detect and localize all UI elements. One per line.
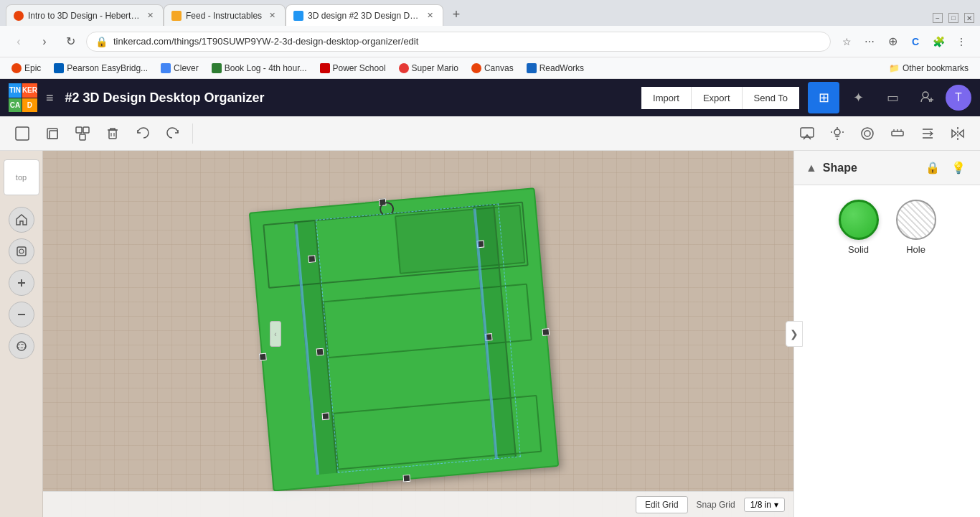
add-person-button[interactable] <box>911 82 943 113</box>
tab-label-tinkercad: 3D design #2 3D Design Desktop... <box>308 11 420 21</box>
url-bar[interactable]: 🔒 tinkercad.com/things/1T90SUWP9YW-2-3d-… <box>86 32 831 52</box>
zoom-out-button[interactable] <box>9 302 34 327</box>
redo-button[interactable] <box>159 120 187 147</box>
tab-tinkercad[interactable]: 3D design #2 3D Design Desktop... ✕ <box>286 4 443 26</box>
bookmark-star-icon[interactable]: ☆ <box>837 32 857 52</box>
group-button[interactable] <box>69 120 96 147</box>
shape-light-icon[interactable]: 💡 <box>948 158 969 178</box>
grid-view-button[interactable]: ⊞ <box>808 82 839 113</box>
light-tool-button[interactable] <box>824 120 851 147</box>
organizer-shape[interactable] <box>249 187 559 491</box>
forward-button[interactable]: › <box>34 32 55 52</box>
zoom-in-button[interactable] <box>9 270 34 296</box>
solid-shape-circle[interactable] <box>839 200 879 240</box>
mirror-tool-button[interactable] <box>944 120 971 147</box>
extension-puzzle-icon[interactable]: ⋯ <box>859 32 880 52</box>
bookmark-label-clever: Clever <box>174 63 199 73</box>
refresh-button[interactable]: ↻ <box>60 32 80 52</box>
extensions-icon[interactable]: 🧩 <box>928 32 948 52</box>
back-button[interactable]: ‹ <box>9 32 29 52</box>
export-button[interactable]: Export <box>692 87 742 109</box>
copy-button[interactable] <box>39 120 66 147</box>
undo-button[interactable] <box>129 120 156 147</box>
sel-handle-mid-left-top[interactable] <box>308 255 316 263</box>
svg-point-19 <box>864 131 870 136</box>
3d-object-container <box>249 187 559 491</box>
chrome-icon[interactable]: ⊕ <box>882 32 903 52</box>
hamburger-icon[interactable]: ≡ <box>46 90 54 106</box>
edit-grid-button[interactable]: Edit Grid <box>636 496 688 513</box>
simulate-button[interactable]: ✦ <box>842 82 874 113</box>
viewport-canvas: ‹ <box>43 151 793 517</box>
fit-view-button[interactable] <box>9 238 34 264</box>
sel-handle-right[interactable] <box>542 328 550 336</box>
comment-tool-button[interactable] <box>793 120 821 147</box>
bookmark-favicon-readworks <box>527 63 537 73</box>
bookmark-favicon-clever <box>161 63 171 73</box>
view-cube-label: top <box>16 173 27 182</box>
delete-button[interactable] <box>99 120 126 147</box>
bookmark-readworks[interactable]: ReadWorks <box>521 60 590 76</box>
shape-lock-icon[interactable]: 🔒 <box>923 158 943 178</box>
bookmark-label-epic: Epic <box>24 63 41 73</box>
shape-panel-collapse-arrow[interactable]: ❯ <box>786 321 803 347</box>
bookmark-favicon-epic <box>11 63 22 73</box>
hole-shape-circle[interactable] <box>896 200 936 240</box>
bookmark-favicon-canvas <box>471 63 481 73</box>
bookmark-clever[interactable]: Clever <box>155 60 204 76</box>
sel-handle-bottom[interactable] <box>402 475 410 483</box>
svg-point-35 <box>17 342 26 350</box>
other-bookmarks[interactable]: 📁 Other bookmarks <box>883 63 974 73</box>
tab-close-feed[interactable]: ✕ <box>266 10 278 22</box>
toolbar-separator <box>192 124 193 144</box>
panel-collapse-button[interactable]: ▲ <box>806 162 817 174</box>
measure-tool-button[interactable] <box>884 120 911 147</box>
snap-grid-value[interactable]: 1/8 in ▾ <box>744 498 785 512</box>
bookmark-booklog[interactable]: Book Log - 4th hour... <box>206 60 313 76</box>
svg-point-36 <box>17 345 26 348</box>
bookmark-powerschool[interactable]: Power School <box>314 60 392 76</box>
bookmark-canvas[interactable]: Canvas <box>466 60 519 76</box>
c-extension-icon[interactable]: C <box>905 32 925 52</box>
sel-handle-left[interactable] <box>259 353 267 361</box>
close-button[interactable]: ✕ <box>964 13 974 23</box>
shape-tool-button[interactable] <box>854 120 881 147</box>
view-cube[interactable]: top <box>4 159 39 195</box>
viewport[interactable]: ‹ <box>43 151 793 517</box>
svg-rect-20 <box>892 131 903 136</box>
send-to-button[interactable]: Send To <box>743 87 799 109</box>
tab-intro[interactable]: Intro to 3D Design - Hebert - 7(A ✕ <box>6 4 164 26</box>
user-avatar[interactable]: T <box>946 85 971 111</box>
import-button[interactable]: Import <box>641 87 691 109</box>
minimize-button[interactable]: − <box>933 13 943 23</box>
maximize-button[interactable]: □ <box>948 13 958 23</box>
lock-icon: 🔒 <box>95 36 108 47</box>
new-shape-button[interactable] <box>9 120 36 147</box>
solid-option[interactable]: Solid <box>839 200 879 255</box>
svg-rect-3 <box>16 127 29 140</box>
sel-handle-mid-left[interactable] <box>316 348 324 356</box>
resize-handle[interactable]: ‹ <box>270 321 281 347</box>
tab-close-tinkercad[interactable]: ✕ <box>424 10 435 22</box>
bookmark-pearson[interactable]: Pearson EasyBridg... <box>48 60 154 76</box>
sel-handle-lower-left[interactable] <box>321 412 329 420</box>
bookmark-supermario[interactable]: Super Mario <box>393 60 464 76</box>
hole-label: Hole <box>906 244 925 255</box>
orbit-button[interactable] <box>9 333 34 359</box>
tinkercad-logo[interactable]: TIN KER CA D <box>9 83 37 112</box>
align-tool-button[interactable] <box>914 120 941 147</box>
bookmark-label-powerschool: Power School <box>333 63 386 73</box>
codeblocks-button[interactable]: ▭ <box>877 82 908 113</box>
shape-options: Solid Hole <box>794 185 980 269</box>
tab-feed[interactable]: Feed - Instructables ✕ <box>164 4 286 26</box>
tab-close-intro[interactable]: ✕ <box>144 10 156 22</box>
bookmark-favicon-booklog <box>212 63 222 73</box>
new-tab-button[interactable]: + <box>446 4 466 24</box>
more-options-icon[interactable]: ⋮ <box>951 32 971 52</box>
bookmark-epic[interactable]: Epic <box>6 60 47 76</box>
solid-label: Solid <box>848 244 869 255</box>
home-view-button[interactable] <box>9 207 34 233</box>
svg-rect-30 <box>17 247 26 256</box>
hole-option[interactable]: Hole <box>896 200 936 255</box>
tab-favicon-tinkercad <box>293 11 303 21</box>
